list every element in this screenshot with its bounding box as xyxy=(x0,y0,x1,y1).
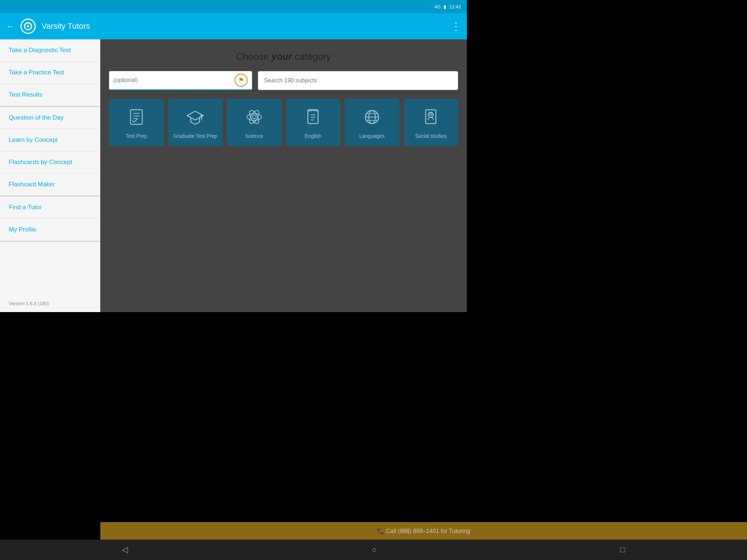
category-social-studies[interactable]: Social studies xyxy=(404,99,458,146)
sidebar-group-extras: Find a Tutor My Profile xyxy=(0,197,100,242)
page-title: Choose your category xyxy=(236,51,331,62)
languages-icon xyxy=(363,108,382,129)
title-plain: Choose xyxy=(236,51,271,62)
sidebar-item-flashcards-concept[interactable]: Flashcards by Concept xyxy=(0,151,100,174)
graduate-test-prep-label: Graduate Test Prep xyxy=(173,133,217,139)
svg-point-5 xyxy=(201,114,203,117)
category-science[interactable]: Science xyxy=(227,99,282,146)
main-layout: Take a Diagnostic Test Take a Practice T… xyxy=(0,39,467,312)
categories-row: Test Prep Graduate Test Prep xyxy=(109,99,458,146)
svg-rect-18 xyxy=(426,110,436,124)
sidebar-item-take-practice[interactable]: Take a Practice Test xyxy=(0,62,100,84)
clock: 11:42 xyxy=(449,4,461,9)
test-prep-label: Test Prep xyxy=(125,133,147,139)
svg-point-8 xyxy=(247,114,262,120)
content-area: Choose your category ⚑ xyxy=(100,39,467,312)
sidebar-group-tests: Take a Diagnostic Test Take a Practice T… xyxy=(0,39,100,107)
app-title: Varsity Tutors xyxy=(42,22,90,31)
more-options-button[interactable]: ⋮ xyxy=(451,20,461,32)
signal-indicator: 4G xyxy=(434,4,441,9)
category-languages[interactable]: Languages xyxy=(345,99,399,146)
science-label: Science xyxy=(245,133,263,139)
svg-rect-0 xyxy=(131,110,142,124)
sidebar-item-find-tutor[interactable]: Find a Tutor xyxy=(0,197,100,219)
english-label: English xyxy=(305,133,321,139)
optional-search-input[interactable] xyxy=(113,77,232,83)
app-bar: ← Varsity Tutors ⋮ xyxy=(0,13,467,39)
sidebar-item-flashcard-maker[interactable]: Flashcard Maker xyxy=(0,174,100,196)
battery-icon: ▮ xyxy=(444,4,446,9)
search-flag-button[interactable]: ⚑ xyxy=(235,74,248,87)
english-icon xyxy=(303,108,322,129)
social-studies-label: Social studies xyxy=(415,133,446,139)
sidebar-item-my-profile[interactable]: My Profile xyxy=(0,219,100,241)
back-button[interactable]: ← xyxy=(6,21,15,31)
science-icon xyxy=(245,108,264,129)
status-bar: 4G ▮ 11:42 xyxy=(0,0,467,13)
sidebar: Take a Diagnostic Test Take a Practice T… xyxy=(0,39,100,312)
sidebar-item-take-diagnostic[interactable]: Take a Diagnostic Test xyxy=(0,39,100,62)
languages-label: Languages xyxy=(359,133,384,139)
sidebar-item-learn-concept[interactable]: Learn by Concept xyxy=(0,129,100,151)
logo-icon xyxy=(20,19,36,34)
optional-search-box[interactable]: ⚑ xyxy=(109,71,252,90)
title-italic: your xyxy=(271,51,292,62)
category-graduate-test-prep[interactable]: Graduate Test Prep xyxy=(168,99,223,146)
svg-point-20 xyxy=(430,113,432,116)
category-test-prep[interactable]: Test Prep xyxy=(109,99,164,146)
sidebar-group-study: Question of the Day Learn by Concept Fla… xyxy=(0,107,100,197)
version-label: Version 1.6.8 (180) xyxy=(0,295,100,312)
sidebar-item-test-results[interactable]: Test Results xyxy=(0,84,100,106)
title-suffix: category xyxy=(292,51,331,62)
social-studies-icon xyxy=(421,108,440,129)
sidebar-item-question-day[interactable]: Question of the Day xyxy=(0,107,100,129)
search-row: ⚑ xyxy=(109,71,458,90)
subjects-search-box[interactable] xyxy=(258,71,458,90)
svg-point-7 xyxy=(252,115,256,119)
graduate-test-prep-icon xyxy=(186,108,205,129)
subjects-search-input[interactable] xyxy=(264,77,452,84)
test-prep-icon xyxy=(127,108,146,129)
category-english[interactable]: English xyxy=(286,99,341,146)
svg-rect-11 xyxy=(308,110,318,124)
